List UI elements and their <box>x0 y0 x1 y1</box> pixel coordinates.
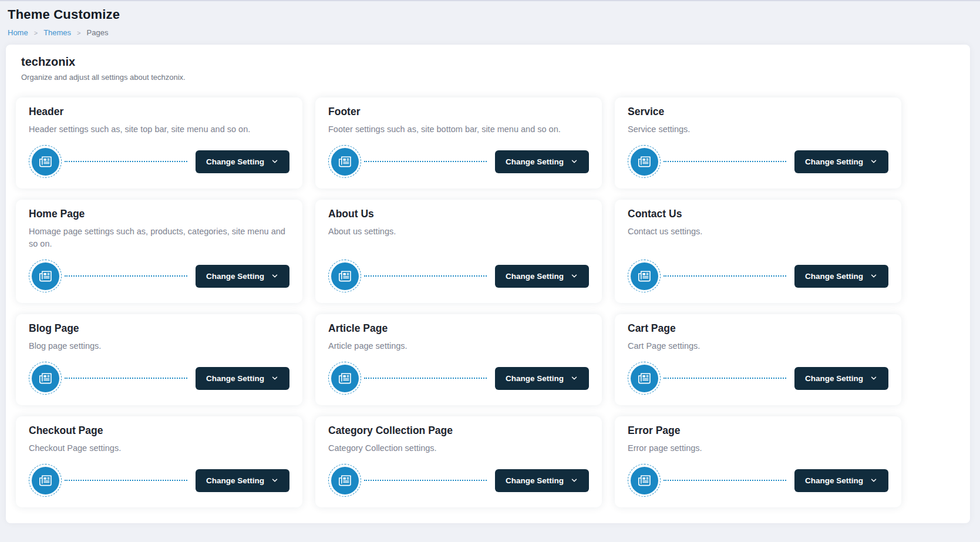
icon-dashed-ring <box>328 362 361 395</box>
card-title: Checkout Page <box>29 425 289 437</box>
card-description: Header settings such as, site top bar, s… <box>29 123 289 136</box>
card-action-row: Change Setting <box>628 455 888 497</box>
newspaper-icon <box>32 467 59 494</box>
change-setting-button[interactable]: Change Setting <box>196 367 289 390</box>
icon-dashed-ring <box>628 145 661 178</box>
card-description: Footer settings such as, site bottom bar… <box>328 123 589 136</box>
change-setting-button-label: Change Setting <box>506 476 564 485</box>
dotted-connector-line <box>364 275 487 277</box>
chevron-down-icon <box>271 476 279 484</box>
card-action-row: Change Setting <box>29 250 289 292</box>
change-setting-button-label: Change Setting <box>805 476 863 485</box>
change-setting-button[interactable]: Change Setting <box>794 150 888 173</box>
change-setting-button-label: Change Setting <box>805 157 863 166</box>
card-description: Checkout Page settings. <box>29 442 289 455</box>
card-description: Article page settings. <box>328 340 589 352</box>
change-setting-button[interactable]: Change Setting <box>196 265 289 288</box>
change-setting-button-label: Change Setting <box>506 272 564 281</box>
dotted-connector-line <box>65 378 187 379</box>
icon-dashed-ring <box>628 464 661 497</box>
change-setting-button[interactable]: Change Setting <box>495 150 589 173</box>
page-title: Theme Customize <box>8 7 971 22</box>
chevron-down-icon <box>570 157 578 166</box>
setting-card: Category Collection Page Category Collec… <box>315 416 602 507</box>
breadcrumb-home-link[interactable]: Home <box>8 28 28 37</box>
card-title: About Us <box>328 208 589 220</box>
card-description: Error page settings. <box>628 442 888 455</box>
card-action-row: Change Setting <box>328 352 589 395</box>
card-action-row: Change Setting <box>29 455 289 497</box>
card-title: Category Collection Page <box>328 425 589 437</box>
icon-dashed-ring <box>328 464 361 497</box>
card-action-row: Change Setting <box>328 250 589 292</box>
theme-settings-panel: techzonix Organize and adjust all settin… <box>6 45 970 523</box>
setting-card: About Us About us settings. Change Setti… <box>315 200 602 303</box>
icon-dashed-ring <box>29 362 62 395</box>
change-setting-button[interactable]: Change Setting <box>196 469 289 492</box>
card-description: Service settings. <box>628 123 888 136</box>
setting-card: Home Page Homage page settings such as, … <box>16 200 302 303</box>
card-title: Cart Page <box>628 322 888 335</box>
newspaper-icon <box>631 365 658 392</box>
breadcrumb-current-page: Pages <box>87 28 109 37</box>
card-action-row: Change Setting <box>29 136 289 178</box>
breadcrumb-separator-icon: > <box>34 29 38 36</box>
change-setting-button[interactable]: Change Setting <box>495 367 589 390</box>
change-setting-button-label: Change Setting <box>805 374 863 383</box>
change-setting-button-label: Change Setting <box>805 272 863 281</box>
chevron-down-icon <box>870 374 878 382</box>
card-title: Error Page <box>628 425 888 437</box>
change-setting-button[interactable]: Change Setting <box>794 367 888 390</box>
card-title: Home Page <box>29 208 289 220</box>
dotted-connector-line <box>65 275 187 277</box>
dotted-connector-line <box>364 378 487 379</box>
dotted-connector-line <box>664 275 786 277</box>
card-description: About us settings. <box>328 225 589 238</box>
icon-dashed-ring <box>328 260 361 292</box>
breadcrumb-separator-icon: > <box>77 29 80 36</box>
newspaper-icon <box>32 262 59 290</box>
setting-card: Cart Page Cart Page settings. Change Set… <box>615 314 901 405</box>
setting-card: Error Page Error page settings. Change S… <box>615 416 901 507</box>
icon-dashed-ring <box>29 145 62 178</box>
page-header: Theme Customize Home > Themes > Pages <box>0 1 980 45</box>
cards-grid: Header Header settings such as, site top… <box>16 97 960 507</box>
change-setting-button[interactable]: Change Setting <box>495 265 589 288</box>
card-action-row: Change Setting <box>328 136 589 178</box>
dotted-connector-line <box>364 161 487 162</box>
card-title: Blog Page <box>29 322 289 335</box>
dotted-connector-line <box>664 378 786 379</box>
card-action-row: Change Setting <box>628 352 888 395</box>
theme-subtitle: Organize and adjust all settings about t… <box>21 73 960 82</box>
card-description: Blog page settings. <box>29 340 289 352</box>
dotted-connector-line <box>664 161 786 162</box>
newspaper-icon <box>331 148 359 176</box>
icon-dashed-ring <box>29 260 62 292</box>
card-description: Cart Page settings. <box>628 340 888 352</box>
newspaper-icon <box>631 262 658 290</box>
newspaper-icon <box>331 365 359 392</box>
change-setting-button[interactable]: Change Setting <box>794 265 888 288</box>
card-action-row: Change Setting <box>628 250 888 292</box>
change-setting-button[interactable]: Change Setting <box>794 469 888 492</box>
breadcrumb: Home > Themes > Pages <box>8 28 971 37</box>
dotted-connector-line <box>65 480 187 481</box>
newspaper-icon <box>32 148 59 176</box>
chevron-down-icon <box>570 272 578 280</box>
chevron-down-icon <box>271 272 279 280</box>
change-setting-button[interactable]: Change Setting <box>495 469 589 492</box>
newspaper-icon <box>631 467 658 494</box>
card-title: Article Page <box>328 322 589 335</box>
change-setting-button[interactable]: Change Setting <box>196 150 289 173</box>
change-setting-button-label: Change Setting <box>206 157 264 166</box>
newspaper-icon <box>331 467 359 494</box>
breadcrumb-themes-link[interactable]: Themes <box>43 28 71 37</box>
dotted-connector-line <box>65 161 187 162</box>
card-action-row: Change Setting <box>328 455 589 497</box>
card-title: Footer <box>328 106 589 118</box>
card-description: Category Collection settings. <box>328 442 589 455</box>
dotted-connector-line <box>664 480 786 481</box>
card-title: Service <box>628 106 888 118</box>
setting-card: Header Header settings such as, site top… <box>16 97 302 188</box>
chevron-down-icon <box>271 374 279 382</box>
